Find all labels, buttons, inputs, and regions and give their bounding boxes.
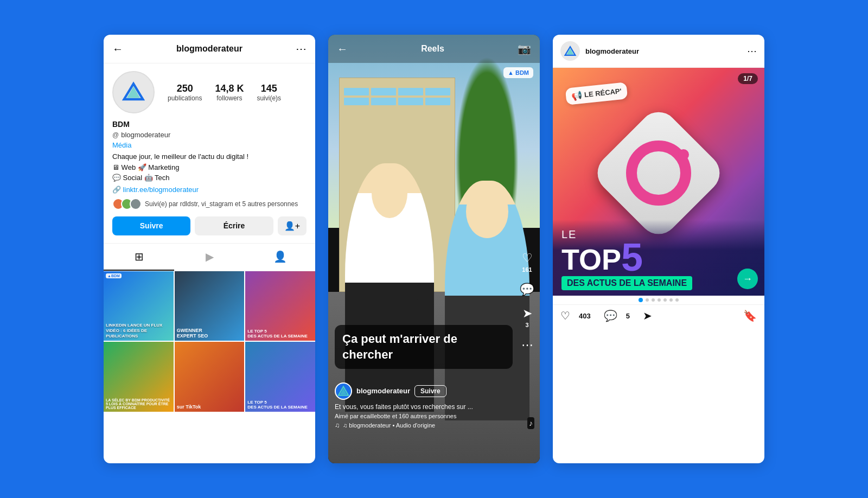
reels-description: Et vous, vous faites plutôt vos recherch… — [335, 403, 513, 411]
des-actus-label: DES ACTUS DE LA SEMAINE — [561, 276, 692, 290]
reels-heart-action[interactable]: ♡ 161 — [522, 251, 533, 273]
publications-count: 250 — [177, 83, 193, 94]
profile-name: BDM — [112, 120, 307, 129]
ecrire-button[interactable]: Écrire — [195, 216, 273, 235]
megaphone-icon: 📢 — [571, 90, 583, 101]
num5-text: 5 — [621, 241, 643, 274]
followers-count: 14,8 K — [215, 83, 244, 94]
more-icon-reels: ⋯ — [521, 338, 533, 352]
follower-avatar-3 — [130, 198, 142, 210]
reels-caption-box: Ça peut m'arriver de chercher — [335, 325, 513, 369]
post-share-icon[interactable]: ➤ — [643, 309, 652, 322]
grid-post-3[interactable]: LE TOP 5DES ACTUS DE LA SEMAINE — [245, 271, 315, 341]
profile-username: blogmoderateur — [176, 44, 242, 54]
post-heart-count: 403 — [579, 312, 591, 320]
reels-more-action[interactable]: ⋯ — [521, 338, 533, 352]
avatar — [112, 71, 155, 113]
post-username: blogmoderateur — [585, 47, 639, 55]
dot-3 — [652, 298, 655, 302]
next-slide-button[interactable]: → — [737, 269, 758, 289]
dot-4 — [658, 298, 661, 302]
slide-badge: 1/7 — [738, 73, 758, 84]
reels-likes: Aimé par ecaillebotte et 160 autres pers… — [335, 413, 513, 419]
profile-category: Média — [112, 141, 307, 149]
heart-icon: ♡ — [522, 251, 533, 265]
stats-row: 250 publications 14,8 K followers 145 su… — [168, 83, 281, 102]
post-more-icon[interactable]: ⋯ — [747, 45, 757, 57]
more-icon[interactable]: ⋯ — [296, 42, 307, 55]
reels-avatar — [335, 382, 352, 400]
bdm-logo-1: ▲BDM — [106, 273, 122, 278]
reels-topbar: ← Reels 📷 — [328, 35, 540, 63]
grid-post-1[interactable]: ▲BDM LINKEDIN LANCE UN FLUX VIDÉO : 6 ID… — [104, 271, 174, 341]
post-heart-icon[interactable]: ♡ — [560, 309, 570, 322]
post-avatar — [560, 41, 580, 61]
action-buttons: Suivre Écrire 👤+ — [112, 216, 307, 235]
reels-account-name: blogmoderateur — [356, 387, 410, 395]
reels-panel: ← Reels 📷 ▲ BDM Ça peut m'arriver de che… — [328, 35, 540, 463]
grid-text-1: LINKEDIN LANCE UN FLUX VIDÉO : 6 IDÉES D… — [106, 323, 171, 339]
profile-handle: blogmoderateur — [121, 131, 170, 139]
post-panel: blogmoderateur ⋯ 1/7 📢 LE RÉCAP' — [553, 35, 764, 463]
posts-grid: ▲BDM LINKEDIN LANCE UN FLUX VIDÉO : 6 ID… — [104, 271, 315, 412]
grid-post-5[interactable]: sur TikTok — [175, 342, 245, 412]
dot-5 — [663, 298, 667, 302]
profile-tabs: ⊞ ▶ 👤 — [104, 243, 315, 271]
reels-video: ← Reels 📷 ▲ BDM Ça peut m'arriver de che… — [328, 35, 540, 463]
profile-topbar: ← blogmoderateur ⋯ — [104, 35, 315, 63]
followers-avatars — [112, 198, 142, 210]
suivre-button[interactable]: Suivre — [112, 216, 190, 235]
grid-icon: ⊞ — [135, 250, 144, 263]
profile-link[interactable]: 🔗 linktr.ee/blogmoderateur — [112, 186, 307, 194]
profile-info: 250 publications 14,8 K followers 145 su… — [104, 63, 315, 235]
share-count: 3 — [525, 322, 528, 328]
post-comment-icon[interactable]: 💬 — [604, 309, 617, 322]
post-bottom-actions: ♡ 403 💬 5 ➤ 🔖 — [553, 304, 764, 329]
add-person-button[interactable]: 👤+ — [278, 216, 307, 235]
post-topbar: blogmoderateur ⋯ — [553, 35, 764, 68]
share-icon: ➤ — [522, 307, 532, 321]
post-account-info: blogmoderateur — [560, 41, 639, 61]
reels-music-row: ♫ ♫ blogmoderateur • Audio d'origine — [335, 422, 513, 429]
stat-publications: 250 publications — [168, 83, 202, 102]
followers-label: followers — [216, 94, 242, 102]
profile-bio: Chaque jour, le meilleur de l'actu du di… — [112, 151, 307, 183]
grid-post-4[interactable]: LA SÉLEC BY BDM PRODUCTIVITÉ5 LOIS À CON… — [104, 342, 174, 412]
heart-count: 161 — [522, 266, 532, 273]
grid-post-2[interactable]: GWENNEREXPERT SEO — [175, 271, 245, 341]
reels-caption-text: Ça peut m'arriver de chercher — [342, 331, 505, 362]
dot-7 — [675, 298, 679, 302]
profile-header: 250 publications 14,8 K followers 145 su… — [112, 71, 307, 113]
followers-text: Suivi(e) par rdldstr, vi_stagram et 5 au… — [145, 200, 298, 208]
reels-camera-icon[interactable]: 📷 — [518, 42, 531, 55]
tab-tagged[interactable]: 👤 — [245, 244, 315, 271]
back-icon[interactable]: ← — [112, 43, 123, 55]
reels-music-text: ♫ blogmoderateur • Audio d'origine — [343, 422, 435, 429]
grid-post-6[interactable]: LE TOP 5DES ACTUS DE LA SEMAINE — [245, 342, 315, 412]
profile-handle-row: @ blogmoderateur — [112, 131, 307, 139]
dot-1 — [639, 298, 643, 302]
following-count: 145 — [261, 83, 277, 94]
tab-grid[interactable]: ⊞ — [104, 244, 174, 271]
reels-suivre-button[interactable]: Suivre — [414, 385, 446, 397]
publications-label: publications — [168, 94, 202, 102]
reels-title: Reels — [421, 44, 444, 54]
music-icon: ♫ — [335, 422, 340, 429]
post-bottom-overlay: Le TOP 5 DES ACTUS DE LA SEMAINE — [553, 220, 764, 296]
tagged-icon: 👤 — [273, 250, 287, 263]
post-image-area: 1/7 📢 LE RÉCAP' Le TOP 5 DES ACTUS DE LA… — [553, 68, 764, 296]
reels-back-icon[interactable]: ← — [337, 43, 348, 55]
stat-following: 145 suivi(e)s — [257, 83, 281, 102]
post-actions-left: ♡ 403 💬 5 ➤ — [560, 309, 652, 322]
sticker-text: LE RÉCAP' — [584, 87, 622, 99]
post-bookmark-icon[interactable]: 🔖 — [743, 309, 757, 322]
reels-share-action[interactable]: ➤ 3 — [522, 307, 532, 328]
le-label: Le — [561, 228, 756, 241]
bdm-watermark: ▲ BDM — [503, 67, 533, 78]
recap-sticker: 📢 LE RÉCAP' — [565, 82, 628, 105]
reels-comment-action[interactable]: 💬 — [520, 283, 534, 297]
followers-preview: Suivi(e) par rdldstr, vi_stagram et 5 au… — [112, 198, 307, 210]
tab-reels[interactable]: ▶ — [174, 244, 245, 271]
reels-account-row: blogmoderateur Suivre — [335, 382, 513, 400]
reels-icon: ▶ — [206, 250, 214, 263]
